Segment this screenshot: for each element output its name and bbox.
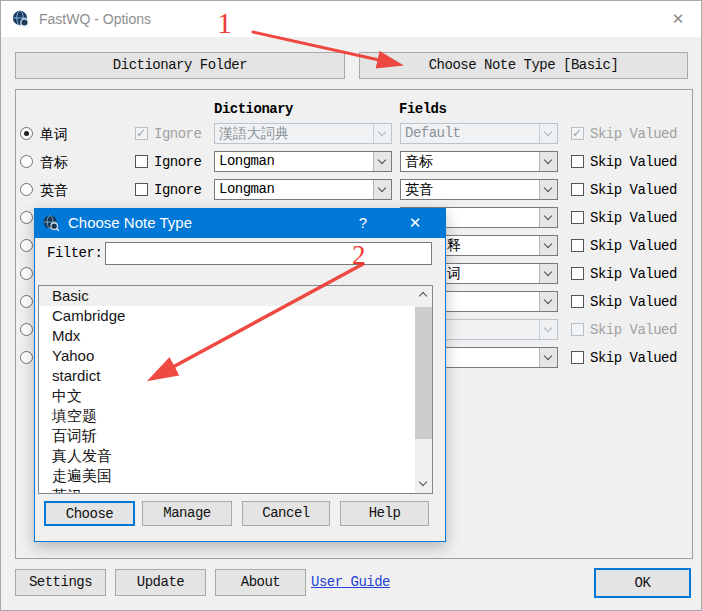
window-titlebar: FastWQ - Options ✕: [1, 1, 702, 37]
list-item-selected[interactable]: Basic: [39, 286, 415, 306]
help-button[interactable]: Help: [340, 501, 429, 526]
choose-button[interactable]: Choose: [44, 501, 135, 526]
row-radio[interactable]: [20, 211, 33, 224]
dictionary-select[interactable]: Longman: [214, 179, 392, 200]
globe-search-icon: [11, 9, 31, 29]
field-select[interactable]: Default: [400, 123, 558, 144]
chevron-down-icon: [373, 180, 391, 199]
dictionary-select[interactable]: Longman: [214, 151, 392, 172]
list-item[interactable]: 百词斩: [39, 426, 415, 446]
settings-button[interactable]: Settings: [15, 569, 106, 596]
field-value: 词: [447, 264, 461, 283]
dictionary-value: 漢語大詞典: [219, 124, 289, 143]
row-radio[interactable]: [20, 323, 33, 336]
field-select[interactable]: 英音: [400, 179, 558, 200]
update-button[interactable]: Update: [115, 569, 206, 596]
dictionary-value: Longman: [219, 180, 274, 199]
list-item[interactable]: 走遍美国: [39, 466, 415, 486]
row-radio[interactable]: [20, 267, 33, 280]
skip-valued-checkbox[interactable]: [571, 211, 584, 224]
filter-input[interactable]: [105, 242, 432, 265]
ignore-checkbox[interactable]: [135, 155, 148, 168]
dictionary-select[interactable]: 漢語大詞典: [214, 123, 392, 144]
dictionary-value: Longman: [219, 152, 274, 171]
list-item[interactable]: Mdx: [39, 326, 415, 346]
options-window: FastWQ - Options ✕ Dictionary Folder Cho…: [0, 0, 702, 611]
dictionary-folder-button[interactable]: Dictionary Folder: [15, 52, 345, 79]
chevron-down-icon: [539, 320, 557, 339]
skip-valued-checkbox[interactable]: [571, 295, 584, 308]
field-value: Default: [405, 124, 460, 143]
user-guide-link[interactable]: User Guide: [311, 569, 390, 596]
row-label: 英音: [40, 177, 68, 203]
list-item[interactable]: Cambridge: [39, 306, 415, 326]
field-value: 释: [447, 236, 461, 255]
row-radio[interactable]: [20, 239, 33, 252]
skip-valued-checkbox[interactable]: [571, 155, 584, 168]
dialog-title: Choose Note Type: [68, 208, 192, 238]
chevron-down-icon: [373, 152, 391, 171]
ignore-checkbox[interactable]: [135, 183, 148, 196]
skip-valued-label: Skip Valued: [590, 345, 677, 371]
skip-valued-checkbox[interactable]: [571, 239, 584, 252]
ignore-label: Ignore: [154, 121, 201, 147]
scrollbar-thumb[interactable]: [415, 307, 432, 439]
list-item[interactable]: stardict: [39, 366, 415, 386]
choose-note-type-button[interactable]: Choose Note Type [Basic]: [359, 52, 688, 79]
window-title: FastWQ - Options: [39, 1, 151, 37]
filter-label: Filter:: [47, 241, 102, 266]
note-type-list: Basic Cambridge Mdx Yahoo stardict 中文 填空…: [38, 285, 433, 494]
globe-search-icon: [42, 214, 60, 232]
chevron-down-icon: [539, 292, 557, 311]
skip-valued-label: Skip Valued: [590, 233, 677, 259]
skip-valued-label: Skip Valued: [590, 121, 677, 147]
skip-valued-checkbox[interactable]: [571, 351, 584, 364]
scroll-down-icon[interactable]: [415, 475, 432, 493]
dialog-close-button[interactable]: ✕: [397, 208, 433, 238]
chevron-down-icon: [539, 236, 557, 255]
list-item[interactable]: Yahoo: [39, 346, 415, 366]
ok-button[interactable]: OK: [594, 568, 691, 598]
skip-valued-label: Skip Valued: [590, 289, 677, 315]
chevron-down-icon: [539, 180, 557, 199]
list-item[interactable]: 填空题: [39, 406, 415, 426]
cancel-button[interactable]: Cancel: [242, 501, 330, 526]
dialog-help-button[interactable]: ?: [347, 208, 379, 238]
chevron-down-icon: [539, 348, 557, 367]
dict-row-3: 英音 Ignore Longman 英音 Skip Valued: [16, 177, 692, 203]
phonetic-radio[interactable]: [20, 155, 33, 168]
chevron-down-icon: [539, 264, 557, 283]
list-item[interactable]: 英汉: [39, 486, 415, 494]
word-radio[interactable]: [20, 127, 33, 140]
row-radio[interactable]: [20, 351, 33, 364]
row-radio[interactable]: [20, 295, 33, 308]
field-select[interactable]: 音标: [400, 151, 558, 172]
window-close-button[interactable]: ✕: [657, 1, 699, 37]
skip-valued-checkbox[interactable]: [571, 127, 584, 140]
scroll-up-icon[interactable]: [415, 286, 432, 304]
list-item[interactable]: 中文: [39, 386, 415, 406]
manage-button[interactable]: Manage: [142, 501, 232, 526]
british-audio-radio[interactable]: [20, 183, 33, 196]
skip-valued-checkbox[interactable]: [571, 323, 584, 336]
skip-valued-checkbox[interactable]: [571, 267, 584, 280]
skip-valued-label: Skip Valued: [590, 261, 677, 287]
field-value: 英音: [405, 180, 433, 199]
chevron-down-icon: [539, 152, 557, 171]
skip-valued-checkbox[interactable]: [571, 183, 584, 196]
ignore-label: Ignore: [154, 149, 201, 175]
chevron-down-icon: [539, 124, 557, 143]
ignore-checkbox[interactable]: [135, 127, 148, 140]
row-label: 音标: [40, 149, 68, 175]
list-scrollbar[interactable]: [415, 286, 432, 493]
ignore-label: Ignore: [154, 177, 201, 203]
dict-row-2: 音标 Ignore Longman 音标 Skip Valued: [16, 149, 692, 175]
about-button[interactable]: About: [215, 569, 306, 596]
chevron-down-icon: [539, 208, 557, 227]
list-item[interactable]: 真人发音: [39, 446, 415, 466]
skip-valued-label: Skip Valued: [590, 317, 677, 343]
choose-note-type-dialog: Choose Note Type ? ✕ Filter: Basic Cambr…: [34, 208, 446, 542]
dialog-titlebar: Choose Note Type ? ✕: [34, 208, 446, 238]
dict-row-1: 单词 Ignore 漢語大詞典 Default Skip Valued: [16, 121, 692, 147]
field-value: 音标: [405, 152, 433, 171]
